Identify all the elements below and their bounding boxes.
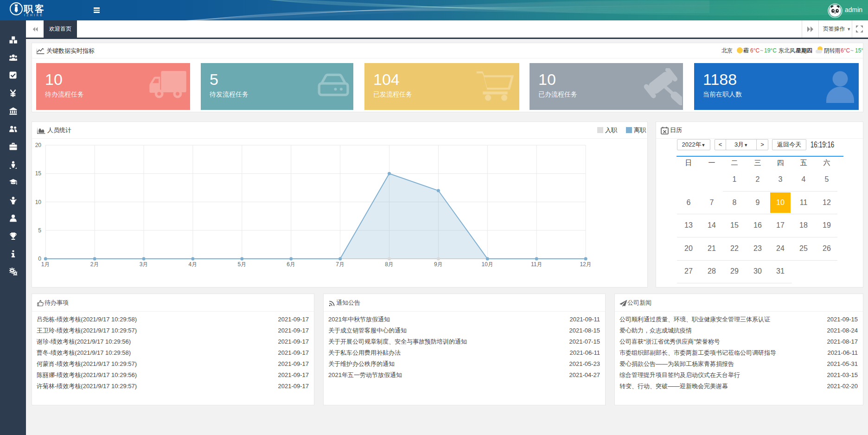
svg-text:12月: 12月 xyxy=(580,261,591,268)
svg-text:5: 5 xyxy=(38,227,41,234)
svg-text:3月: 3月 xyxy=(140,261,148,268)
svg-text:7月: 7月 xyxy=(336,261,345,268)
svg-text:1月: 1月 xyxy=(41,261,50,268)
svg-text:8月: 8月 xyxy=(385,261,394,268)
svg-text:9月: 9月 xyxy=(434,261,443,268)
svg-text:20: 20 xyxy=(35,142,42,148)
svg-text:11月: 11月 xyxy=(531,261,542,268)
svg-text:10: 10 xyxy=(35,199,42,205)
svg-text:10月: 10月 xyxy=(482,261,493,268)
svg-text:5月: 5月 xyxy=(237,261,246,268)
svg-text:4月: 4月 xyxy=(189,261,198,268)
svg-text:15: 15 xyxy=(35,170,42,177)
svg-text:6月: 6月 xyxy=(287,261,295,268)
svg-text:2月: 2月 xyxy=(90,261,99,268)
